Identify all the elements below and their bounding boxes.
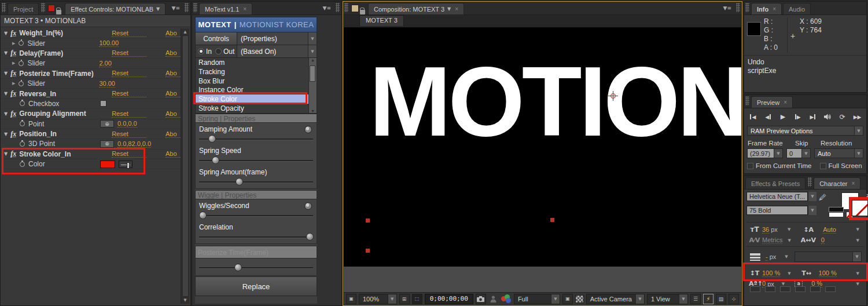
anchor-point-icon[interactable] <box>610 93 616 99</box>
reset-link[interactable]: Reset <box>112 110 146 118</box>
checkbox[interactable] <box>100 100 106 107</box>
selection-handle[interactable] <box>366 249 370 253</box>
effect-row[interactable]: ▼fx Posterize Time(Frame) Reset Abo <box>1 69 181 79</box>
font-family-select[interactable]: Helvetica Neue (T... <box>746 192 808 201</box>
frame-rate-select[interactable]: (29.97) ▼ <box>747 148 783 158</box>
panel-grip[interactable] <box>344 3 348 12</box>
resolution-select[interactable]: Full ▼ <box>514 294 560 304</box>
stroke-color-swatch-none[interactable] <box>852 200 868 216</box>
scroll-up-icon[interactable]: ▲ <box>183 30 186 34</box>
snapshot-camera-icon[interactable] <box>476 294 486 304</box>
param-row[interactable]: ▶ Slider 2.00 <box>1 59 181 68</box>
chevron-down-icon[interactable]: ▼ <box>308 32 317 45</box>
resolution-select[interactable]: Auto ▼ <box>814 148 863 158</box>
chevron-down-icon[interactable]: ▼ <box>856 227 859 232</box>
faux-italic-button[interactable] <box>765 286 775 292</box>
superscript-button[interactable] <box>810 286 821 292</box>
close-icon[interactable]: × <box>784 99 787 105</box>
close-icon[interactable]: × <box>455 6 458 12</box>
param-value[interactable]: 30.00 <box>99 80 115 88</box>
chevron-down-icon[interactable]: ▼ <box>856 282 859 286</box>
collapse-triangle-icon[interactable]: ▼ <box>4 132 8 137</box>
point-target-icon[interactable]: ⊕ <box>100 140 114 148</box>
collapse-triangle-icon[interactable]: ▼ <box>4 50 8 56</box>
panel-grip[interactable] <box>41 3 45 12</box>
out-radio[interactable] <box>215 48 222 54</box>
panel-grip[interactable] <box>193 3 197 12</box>
camera-select[interactable]: Active Camera ▼ <box>586 294 645 304</box>
label-color-swatch[interactable] <box>48 5 55 12</box>
scroll-down-icon[interactable]: ▼ <box>183 298 186 303</box>
scrollbar[interactable]: ▲ ▼ <box>181 28 189 304</box>
chevron-down-icon[interactable]: ▼ <box>635 294 644 304</box>
color-options-icon[interactable] <box>119 161 133 168</box>
last-frame-button[interactable]: ▶ <box>806 112 819 122</box>
small-caps-button[interactable] <box>795 286 806 292</box>
horizontal-scale-value[interactable]: 100 % <box>819 269 837 277</box>
chevron-down-icon[interactable]: ▼ <box>785 254 788 259</box>
stopwatch-icon[interactable] <box>20 141 25 147</box>
chevron-down-icon[interactable]: ▼ <box>679 294 687 304</box>
list-item[interactable]: Stroke Opacity <box>196 104 317 113</box>
close-icon[interactable]: × <box>851 180 855 187</box>
chevron-down-icon[interactable]: ▼ <box>856 238 859 243</box>
show-channels-icon[interactable] <box>501 294 512 304</box>
flowchart-icon[interactable]: ⊹ <box>729 294 739 304</box>
collapse-triangle-icon[interactable]: ▼ <box>4 111 8 116</box>
panel-grip[interactable] <box>2 3 6 12</box>
reset-link[interactable]: Reset <box>112 90 146 97</box>
about-link[interactable]: Abo <box>165 30 181 37</box>
point-target-icon[interactable]: ⊕ <box>100 120 114 128</box>
chevron-down-icon[interactable]: ▼ <box>788 271 790 276</box>
lock-icon[interactable] <box>56 10 61 14</box>
chevron-down-icon[interactable]: ▼ <box>801 149 810 158</box>
about-link[interactable]: Abo <box>165 49 181 57</box>
play-button[interactable]: ▶ <box>777 112 790 122</box>
audio-mute-icon[interactable] <box>821 112 834 122</box>
ram-preview-options-select[interactable]: RAM Preview Options ▼ <box>747 126 863 136</box>
spring-amount-slider[interactable] <box>199 181 313 183</box>
tab-project[interactable]: Project <box>8 3 39 14</box>
next-frame-button[interactable]: ▶ <box>791 112 804 122</box>
reset-link[interactable]: Reset <box>112 70 146 77</box>
selection-handle[interactable] <box>366 218 370 223</box>
list-item[interactable]: Random <box>196 58 317 67</box>
chevron-down-icon[interactable]: ▼ <box>852 252 861 261</box>
param-value[interactable]: 0.0,82.0,0.0 <box>117 140 151 148</box>
tab-audio[interactable]: Audio <box>783 3 811 14</box>
collapse-triangle-icon[interactable]: ▼ <box>4 31 8 36</box>
about-link[interactable]: Abo <box>165 70 181 77</box>
canvas-text-layer[interactable]: MOTIONL <box>369 27 741 198</box>
panel-grip[interactable] <box>745 96 749 105</box>
transparency-grid-icon[interactable] <box>575 295 584 303</box>
faux-bold-button[interactable] <box>750 286 760 292</box>
chevron-down-icon[interactable]: ▼ <box>854 149 863 158</box>
magnification-select[interactable]: 100% ▼ <box>359 294 397 304</box>
stopwatch-icon[interactable] <box>20 121 25 126</box>
checkbox[interactable] <box>747 163 753 169</box>
checkbox[interactable] <box>820 163 826 169</box>
composition-viewport[interactable]: MOTIONL <box>344 27 741 267</box>
show-snapshot-icon[interactable] <box>488 294 499 304</box>
spring-speed-slider[interactable] <box>199 160 313 162</box>
effect-row-stroke-color[interactable]: ▼fx Stroke Color_In Reset Abo <box>1 150 181 159</box>
posterize-time-slider[interactable] <box>199 267 313 269</box>
list-item[interactable]: Instance Color <box>196 85 317 94</box>
chevron-down-icon[interactable]: ▼ <box>856 271 859 276</box>
param-row[interactable]: ▶ Slider 30.00 <box>1 79 181 89</box>
pixel-aspect-correction-icon[interactable]: ☰ <box>690 294 701 304</box>
about-link[interactable]: Abo <box>165 150 181 158</box>
panel-menu-icon[interactable]: ▼≡ <box>319 5 334 11</box>
chevron-down-icon[interactable]: ▼ <box>447 6 451 12</box>
ram-preview-button[interactable]: ▶▶ <box>851 112 864 122</box>
chevron-down-icon[interactable]: ▼ <box>854 126 863 135</box>
chevron-down-icon[interactable]: ▼ <box>774 149 782 158</box>
color-swatch-red[interactable] <box>100 161 115 168</box>
from-current-time-checkbox[interactable]: From Current Time <box>744 159 815 169</box>
selection-handle[interactable] <box>550 218 554 222</box>
tracking-value[interactable]: 0 <box>821 236 825 244</box>
in-radio[interactable] <box>198 48 204 54</box>
scroll-down-icon[interactable]: ▼ <box>311 109 315 113</box>
panel-grip[interactable] <box>336 3 340 12</box>
viewer-tab-motext3[interactable]: MOTEXT 3 <box>359 15 404 26</box>
